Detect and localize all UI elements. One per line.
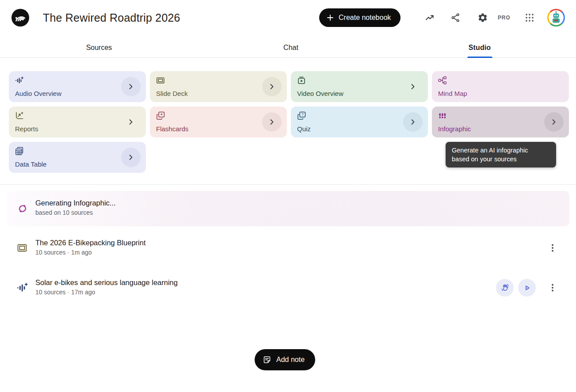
tooltip-line1: Generate an AI infographic (452, 147, 528, 154)
chevron-right-icon (408, 82, 417, 91)
card-label: Flashcards (156, 125, 188, 133)
svg-text:?: ? (301, 112, 304, 117)
open-video-overview-button[interactable] (403, 77, 423, 96)
active-tab-indicator (467, 57, 492, 58)
report-chart-icon (15, 111, 24, 120)
open-slide-deck-button[interactable] (262, 77, 282, 96)
card-infographic[interactable]: Infographic (432, 107, 569, 137)
slide-frame-icon (156, 76, 165, 85)
studio-item-generating-infographic[interactable]: Generating Infographic... based on 10 so… (7, 191, 569, 226)
item-title: Generating Infographic... (35, 199, 116, 207)
chevron-right-icon (267, 118, 276, 126)
card-label: Quiz (297, 125, 311, 133)
share-icon[interactable] (450, 12, 461, 23)
slide-frame-icon (17, 243, 27, 253)
card-label: Mind Map (438, 90, 467, 97)
tab-chat[interactable]: Chat (283, 44, 298, 52)
apps-grid-icon[interactable] (524, 12, 535, 23)
item-more-menu-icon[interactable] (547, 243, 558, 253)
card-label: Video Overview (297, 90, 343, 97)
item-subtitle: based on 10 sources (35, 209, 93, 216)
item-title: Solar e-bikes and serious language learn… (35, 278, 178, 287)
item-more-menu-icon[interactable] (547, 282, 558, 293)
mind-map-icon (438, 76, 447, 85)
play-audio-button[interactable] (518, 279, 536, 297)
section-divider (0, 184, 576, 185)
panel-tabs: Sources Chat Studio (0, 39, 576, 58)
card-flashcards[interactable]: Flashcards (150, 107, 287, 137)
open-quiz-button[interactable] (403, 112, 423, 132)
add-note-button[interactable]: Add note (255, 349, 315, 370)
open-infographic-button[interactable] (544, 112, 564, 132)
quiz-cards-icon: ? (297, 111, 306, 120)
sync-progress-icon (17, 203, 28, 214)
chevron-right-icon (126, 153, 135, 162)
open-data-table-button[interactable] (121, 148, 141, 167)
chevron-right-icon (126, 118, 135, 126)
infographic-bars-icon (438, 111, 447, 120)
settings-gear-icon[interactable] (477, 12, 488, 23)
header: The Rewired Roadtrip 2026 Create noteboo… (0, 0, 576, 35)
chevron-right-icon (408, 118, 417, 126)
flashcards-icon (156, 111, 165, 120)
infographic-tooltip: Generate an AI infographic based on your… (446, 142, 556, 167)
chevron-right-icon (267, 82, 276, 91)
tab-sources[interactable]: Sources (86, 44, 112, 52)
item-subtitle: 10 sources · 17m ago (35, 289, 95, 296)
audio-waveform-icon (17, 282, 28, 293)
open-audio-overview-button[interactable] (121, 77, 141, 96)
card-label: Reports (15, 125, 38, 133)
play-icon (523, 283, 532, 293)
interactive-mode-button[interactable] (496, 279, 514, 297)
card-quiz[interactable]: ? Quiz (291, 107, 428, 137)
open-reports-button[interactable] (121, 112, 141, 132)
data-table-icon (15, 147, 24, 156)
analytics-trend-icon[interactable] (425, 12, 435, 23)
notebooklm-logo-icon[interactable] (11, 9, 29, 27)
note-icon (263, 355, 271, 364)
create-notebook-label: Create notebook (339, 14, 391, 22)
add-note-label: Add note (276, 356, 305, 364)
card-audio-overview[interactable]: Audio Overview (9, 71, 146, 102)
user-avatar[interactable] (547, 9, 565, 27)
item-title: The 2026 E-Bikepacking Blueprint (35, 239, 145, 247)
notebooklm-app: The Rewired Roadtrip 2026 Create noteboo… (0, 0, 576, 392)
open-flashcards-button[interactable] (262, 112, 282, 132)
tab-studio[interactable]: Studio (469, 44, 491, 52)
audio-waveform-icon (15, 76, 24, 85)
chevron-right-icon (126, 82, 135, 91)
chevron-right-icon (549, 118, 558, 126)
hand-wave-icon (500, 283, 510, 293)
card-label: Infographic (438, 125, 471, 133)
robot-avatar-image (549, 10, 564, 25)
studio-item-audio-overview[interactable]: Solar e-bikes and serious language learn… (7, 272, 569, 304)
notebook-title[interactable]: The Rewired Roadtrip 2026 (43, 11, 180, 24)
studio-item-slide-deck[interactable]: The 2026 E-Bikepacking Blueprint 10 sour… (7, 232, 569, 264)
card-video-overview[interactable]: Video Overview (291, 71, 428, 102)
card-reports[interactable]: Reports (9, 107, 146, 137)
tooltip-line2: based on your sources (452, 156, 517, 163)
plus-icon (326, 14, 334, 22)
card-label: Data Table (15, 160, 46, 168)
item-subtitle: 10 sources · 1m ago (35, 249, 92, 256)
pro-badge: PRO (498, 15, 510, 21)
card-data-table[interactable]: Data Table (9, 142, 146, 173)
video-icon (297, 76, 306, 85)
card-mind-map[interactable]: Mind Map (432, 71, 569, 102)
card-label: Audio Overview (15, 90, 61, 97)
create-notebook-button[interactable]: Create notebook (319, 8, 401, 27)
card-label: Slide Deck (156, 90, 188, 97)
card-slide-deck[interactable]: Slide Deck (150, 71, 287, 102)
